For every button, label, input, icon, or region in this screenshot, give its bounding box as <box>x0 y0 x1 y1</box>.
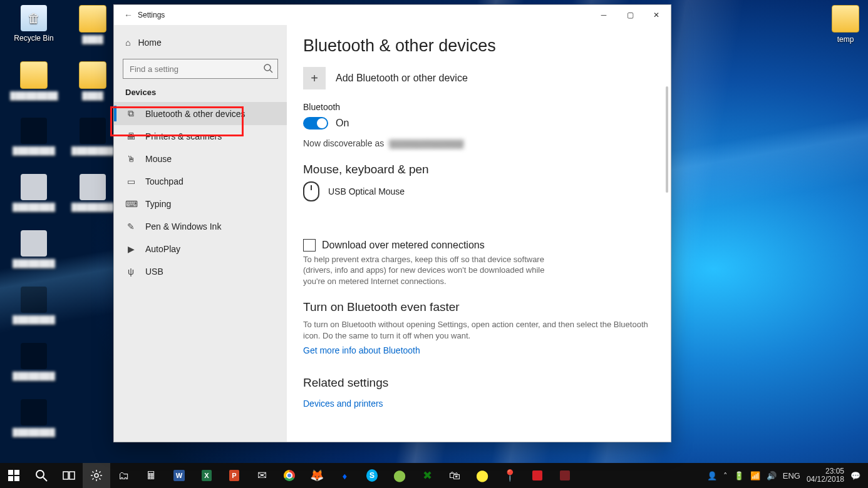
svg-point-6 <box>36 470 44 478</box>
taskbar-app-generic[interactable]: 📍 <box>496 463 524 488</box>
faster-heading: Turn on Bluetooth even faster <box>303 300 654 314</box>
desktop-icon-blurred[interactable]: ████████ <box>10 287 58 324</box>
taskbar[interactable]: 🗂 🖩 W X P ✉ 🦊 ⬧ S ⬤ ✖ 🛍 ⬤ 📍 👤 ˄ 🔋 📶 🔊 EN… <box>0 463 868 488</box>
add-device-row[interactable]: + Add Bluetooth or other device <box>303 67 654 89</box>
nav-item-label: Pen & Windows Ink <box>145 221 221 231</box>
desktop-icon-blurred[interactable]: ████████ <box>10 174 58 211</box>
usb-icon: ψ <box>125 267 137 277</box>
taskbar-app-word[interactable]: W <box>165 463 193 488</box>
taskbar-app-skype[interactable]: S <box>358 463 386 488</box>
tray-wifi-icon[interactable]: 📶 <box>750 471 760 480</box>
nav-home[interactable]: ⌂ Home <box>114 31 287 54</box>
desktop-icon-blurred[interactable]: ████████ <box>69 174 116 211</box>
desktop-icon-blurred[interactable]: ████ <box>69 5 116 44</box>
start-button[interactable] <box>0 463 28 488</box>
back-button[interactable]: ← <box>119 10 138 20</box>
add-device-button[interactable]: + <box>303 67 326 89</box>
tray-battery-icon[interactable]: 🔋 <box>734 471 744 480</box>
task-view-button[interactable] <box>55 463 83 488</box>
desktop-icon-recycle-bin[interactable]: 🗑 Recycle Bin <box>10 5 58 43</box>
close-button[interactable]: ✕ <box>643 6 669 24</box>
taskbar-app-generic[interactable]: ⬤ <box>386 463 413 488</box>
nav-item-label: Printers & scanners <box>145 131 222 141</box>
search-button[interactable] <box>28 463 55 488</box>
recycle-bin-icon: 🗑 <box>21 5 47 31</box>
search-icon <box>263 63 273 75</box>
nav-usb[interactable]: ψ USB <box>114 260 287 283</box>
svg-point-0 <box>264 64 271 71</box>
tray-language[interactable]: ENG <box>783 471 800 480</box>
checkbox-unchecked[interactable] <box>303 239 316 252</box>
taskbar-app-file-explorer[interactable]: 🗂 <box>110 463 138 488</box>
taskbar-app-generic[interactable] <box>551 463 579 488</box>
maximize-button[interactable]: ▢ <box>617 6 643 24</box>
svg-rect-8 <box>63 472 68 479</box>
keyboard-icon: ⌨ <box>125 199 137 209</box>
bluetooth-info-link[interactable]: Get more info about Bluetooth <box>303 345 420 355</box>
nav-autoplay[interactable]: ▶ AutoPlay <box>114 238 287 260</box>
window-title: Settings <box>138 11 165 19</box>
desktop-icon-blurred[interactable]: █████████ <box>10 61 58 100</box>
svg-rect-9 <box>70 472 75 479</box>
taskbar-app-mail[interactable]: ✉ <box>248 463 276 488</box>
nav-touchpad[interactable]: ▭ Touchpad <box>114 170 287 193</box>
desktop-icon-blurred[interactable]: ████████ <box>69 118 116 155</box>
taskbar-app-xbox[interactable]: ✖ <box>413 463 441 488</box>
nav-typing[interactable]: ⌨ Typing <box>114 193 287 215</box>
main-panel: Bluetooth & other devices + Add Bluetoot… <box>287 25 671 442</box>
nav-item-label: USB <box>145 267 163 277</box>
desktop-icon-blurred[interactable]: ████████ <box>10 118 58 155</box>
titlebar[interactable]: ← Settings ─ ▢ ✕ <box>114 5 671 25</box>
tray-people-icon[interactable]: 👤 <box>707 471 717 480</box>
desktop-icon-blurred[interactable]: ████ <box>69 61 116 100</box>
desktop-icon-blurred[interactable]: ████████ <box>10 399 58 437</box>
add-device-label: Add Bluetooth or other device <box>336 73 468 84</box>
desktop: 🗑 Recycle Bin temp ████ █████████ ████ █… <box>0 0 868 488</box>
desktop-icon-temp[interactable]: temp <box>822 5 868 44</box>
device-name: USB Optical Mouse <box>328 186 405 196</box>
taskbar-app-generic[interactable]: ⬤ <box>468 463 496 488</box>
search-box[interactable] <box>123 59 278 79</box>
tray-volume-icon[interactable]: 🔊 <box>767 471 777 480</box>
nav-printers-scanners[interactable]: 🖶 Printers & scanners <box>114 125 287 148</box>
taskbar-app-powerpoint[interactable]: P <box>220 463 248 488</box>
taskbar-app-store[interactable]: 🛍 <box>441 463 468 488</box>
bluetooth-toggle-state: On <box>336 118 349 129</box>
nav-bluetooth-devices[interactable]: ⧉ Bluetooth & other devices <box>114 102 287 125</box>
nav-pen-ink[interactable]: ✎ Pen & Windows Ink <box>114 215 287 238</box>
bluetooth-section-label: Bluetooth <box>303 102 654 112</box>
taskbar-app-calculator[interactable]: 🖩 <box>138 463 165 488</box>
search-input[interactable] <box>123 59 278 79</box>
nav-mouse[interactable]: 🖱 Mouse <box>114 148 287 170</box>
taskbar-app-dropbox[interactable]: ⬧ <box>331 463 358 488</box>
settings-window: ← Settings ─ ▢ ✕ ⌂ Home Devices <box>113 4 671 442</box>
system-tray[interactable]: 👤 ˄ 🔋 📶 🔊 ENG 23:05 04/12/2018 💬 <box>707 467 868 484</box>
tray-chevron-up-icon[interactable]: ˄ <box>723 471 728 480</box>
taskbar-app-excel[interactable]: X <box>193 463 220 488</box>
nav-item-label: Bluetooth & other devices <box>145 109 245 119</box>
nav-home-label: Home <box>138 38 161 48</box>
desktop-icon-blurred[interactable]: ████████ <box>10 343 58 380</box>
bluetooth-toggle[interactable] <box>303 117 328 130</box>
taskbar-app-chrome[interactable] <box>276 463 303 488</box>
device-row[interactable]: USB Optical Mouse <box>303 181 654 201</box>
nav-item-label: Touchpad <box>145 176 183 186</box>
svg-point-10 <box>95 474 98 477</box>
desktop-icon-blurred[interactable]: ████████ <box>10 230 58 268</box>
minimize-button[interactable]: ─ <box>591 6 617 24</box>
faster-help-text: To turn on Bluetooth without opening Set… <box>303 319 654 341</box>
taskbar-app-avira[interactable] <box>524 463 551 488</box>
metered-checkbox-row[interactable]: Download over metered connections <box>303 239 654 252</box>
nav-item-label: AutoPlay <box>145 244 180 254</box>
discoverable-text: Now discoverable as <box>303 138 654 149</box>
svg-rect-4 <box>8 476 13 481</box>
sidebar: ⌂ Home Devices ⧉ Bluetooth & other devic… <box>114 25 287 442</box>
devices-and-printers-link[interactable]: Devices and printers <box>303 399 383 409</box>
scrollbar-thumb[interactable] <box>666 86 668 193</box>
tray-clock[interactable]: 23:05 04/12/2018 <box>807 467 844 484</box>
metered-help-text: To help prevent extra charges, keep this… <box>303 254 560 287</box>
autoplay-icon: ▶ <box>125 244 137 254</box>
taskbar-app-settings[interactable] <box>83 463 110 488</box>
tray-action-center-icon[interactable]: 💬 <box>850 471 860 480</box>
taskbar-app-firefox[interactable]: 🦊 <box>303 463 331 488</box>
